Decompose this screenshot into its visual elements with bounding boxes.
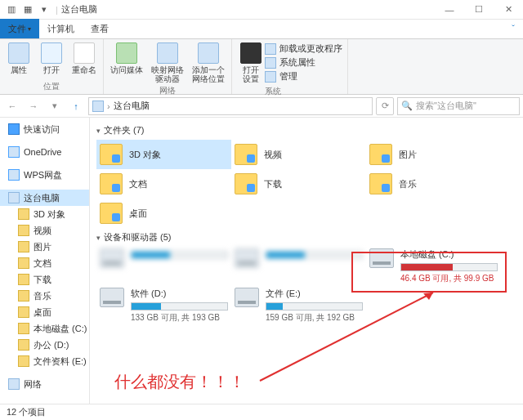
rbtn-system-props[interactable]: 系统属性 [265,56,342,69]
rbtn-properties[interactable]: 属性 [5,41,33,76]
folder-icon [18,208,29,220]
section-folders[interactable]: ▾文件夹 (7) [96,124,516,136]
drive-icon [235,288,259,307]
drive-label: 软件 (D:) [131,288,228,300]
tab-computer[interactable]: 计算机 [39,19,83,38]
drive-usage-bar [131,251,228,259]
sidebar-item-label: 3D 对象 [34,208,65,221]
drive-item[interactable] [96,247,231,286]
folder-label: 3D 对象 [129,149,161,161]
sidebar-item-label: 音乐 [34,290,51,302]
rbtn-map-drive[interactable]: 映射网络 驱动器 [150,41,186,85]
sidebar-item[interactable]: 下载 [0,271,89,288]
section-drives[interactable]: ▾设备和驱动器 (5) [96,231,516,244]
folder-icon [18,257,29,269]
folder-icon [18,323,29,334]
ribbon: 属性 打开 重命名 位置 访问媒体 映射网络 驱动器 添加一个 网络位置 网络 … [0,39,523,95]
annotation-text: 什么都没有！！！ [114,371,245,393]
sidebar-item[interactable]: 文档 [0,255,89,271]
sidebar-quick-access[interactable]: 快速访问 [0,121,89,137]
folder-item[interactable]: 视频 [231,140,366,169]
folder-item[interactable]: 音乐 [366,169,501,199]
drive-icon [100,248,124,268]
nav-up[interactable]: ↑ [67,97,85,115]
content-pane: ▾文件夹 (7) 3D 对象视频图片文档下载音乐桌面 ▾设备和驱动器 (5) 本… [90,118,523,407]
sidebar-item[interactable]: 音乐 [0,288,89,304]
folder-icon [235,144,257,165]
sidebar-wps[interactable]: WPS网盘 [0,167,89,183]
qat-dropdown[interactable]: ▾ [38,3,51,16]
sidebar-item[interactable]: 桌面 [0,304,89,320]
folder-label: 桌面 [129,208,147,220]
breadcrumb-root[interactable]: 这台电脑 [114,100,150,112]
sidebar-item[interactable]: 本地磁盘 (C:) [0,320,89,337]
qat-props-icon[interactable]: ▦ [21,3,34,16]
close-button[interactable]: ✕ [494,0,523,20]
rbtn-uninstall[interactable]: 卸载或更改程序 [265,42,342,55]
nav-sidebar: 快速访问 OneDrive WPS网盘 这台电脑 3D 对象视频图片文档下载音乐… [0,118,90,407]
folder-icon [100,173,123,194]
sidebar-item-label: 桌面 [34,306,51,319]
refresh-button[interactable]: ⟳ [376,97,394,115]
drive-usage-bar [131,302,228,311]
ribbon-tabs: 文件▾ 计算机 查看 ˇ [0,20,523,39]
folder-icon [18,355,29,367]
rbtn-rename[interactable]: 重命名 [70,41,98,76]
folder-label: 文档 [129,178,147,190]
folder-icon [18,339,29,351]
address-bar[interactable]: › 这台电脑 [88,97,373,115]
nav-back[interactable]: ← [3,97,21,115]
folder-item[interactable]: 3D 对象 [96,140,231,169]
rbtn-manage[interactable]: 管理 [265,70,342,83]
tab-file[interactable]: 文件▾ [0,19,39,38]
folder-icon [369,144,392,165]
address-bar-row: ← → ▾ ↑ › 这台电脑 ⟳ 🔍搜索"这台电脑" [0,95,523,118]
tab-view[interactable]: 查看 [83,19,117,38]
pc-icon [92,101,104,112]
drive-item[interactable] [231,247,366,286]
maximize-button[interactable]: ☐ [464,0,494,20]
folder-item[interactable]: 图片 [366,140,501,169]
sidebar-item[interactable]: 图片 [0,239,89,255]
ribbon-group-system: 打开 设置 卸载或更改程序 系统属性 管理 系统 [232,39,348,94]
separator: | [56,5,58,15]
sidebar-item-label: 办公 (D:) [34,339,69,351]
sidebar-item-label: 本地磁盘 (C:) [34,323,87,335]
sidebar-item[interactable]: 文件资料 (E:) [0,353,89,369]
drive-label: 文件 (E:) [266,288,363,300]
ribbon-group-position: 属性 打开 重命名 位置 [0,39,104,94]
sidebar-item[interactable]: 视频 [0,222,89,239]
title-bar: ▥ ▦ ▾ | 这台电脑 — ☐ ✕ [0,0,523,20]
sidebar-this-pc[interactable]: 这台电脑 [0,190,89,206]
folder-item[interactable]: 桌面 [96,199,231,228]
qat-explorer-icon: ▥ [5,3,18,16]
rbtn-open[interactable]: 打开 [38,41,65,76]
folder-icon [100,203,123,224]
rbtn-open-settings[interactable]: 打开 设置 [237,41,265,85]
drive-item[interactable]: 文件 (E:)159 GB 可用, 共 192 GB [231,286,366,325]
folder-icon [369,173,392,194]
folder-item[interactable]: 文档 [96,169,231,199]
drive-icon [235,248,259,268]
nav-forward: → [25,97,42,115]
drive-item[interactable]: 软件 (D:)133 GB 可用, 共 193 GB [96,286,231,325]
sidebar-network[interactable]: 网络 [0,376,89,392]
sidebar-item[interactable]: 办公 (D:) [0,337,89,353]
minimize-button[interactable]: — [435,0,464,20]
window-title: 这台电脑 [61,3,97,16]
folder-label: 视频 [264,149,282,161]
sidebar-onedrive[interactable]: OneDrive [0,144,89,160]
folder-icon [18,241,29,252]
drive-usage-bar [266,251,363,259]
search-box[interactable]: 🔍搜索"这台电脑" [397,97,520,115]
folder-item[interactable]: 下载 [231,169,366,199]
rbtn-access-media[interactable]: 访问媒体 [109,41,145,76]
sidebar-item-label: 下载 [34,274,51,286]
rbtn-add-location[interactable]: 添加一个 网络位置 [190,41,226,85]
sidebar-item-label: 文件资料 (E:) [34,355,87,368]
nav-recent[interactable]: ▾ [46,97,64,115]
ribbon-collapse[interactable]: ˇ [503,19,523,38]
ribbon-group-network: 访问媒体 映射网络 驱动器 添加一个 网络位置 网络 [104,39,232,94]
folder-icon [18,274,29,285]
sidebar-item[interactable]: 3D 对象 [0,206,89,222]
